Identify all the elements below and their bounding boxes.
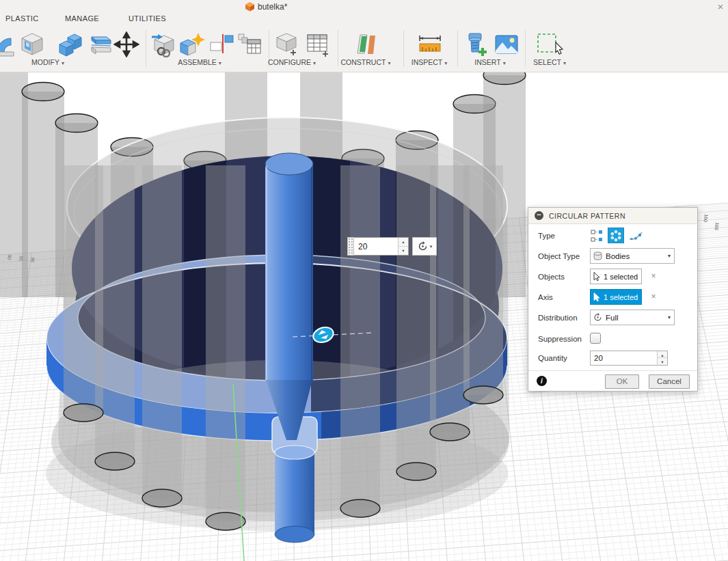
collapse-icon[interactable]: − [535, 211, 543, 220]
combine-icon[interactable] [57, 31, 83, 57]
objects-select-button[interactable]: 1 selected [590, 269, 642, 284]
ok-button[interactable]: OK [605, 374, 639, 389]
chevron-down-icon: ▾ [668, 253, 674, 259]
chevron-down-icon: ▾ [563, 60, 566, 66]
object-type-label: Object Type [538, 252, 580, 260]
chevron-down-icon: ▾ [444, 60, 447, 66]
joint-icon[interactable] [179, 31, 205, 57]
spinner-down-icon[interactable]: ▾ [658, 358, 667, 365]
dialog-header[interactable]: − CIRCULAR PATTERN [528, 208, 697, 224]
svg-text:160: 160 [703, 214, 709, 223]
quantity-label: Quantity [538, 354, 567, 362]
toolbar-group-modify[interactable]: MODIFY▾ [0, 58, 96, 67]
circular-pattern-dialog: − CIRCULAR PATTERN Type Object Type [528, 207, 698, 392]
distribution-dropdown[interactable]: Full ▾ [590, 310, 675, 325]
tab-utilities[interactable]: UTILITIES [129, 14, 166, 23]
quantity-input[interactable]: 20 ▴ ▾ [590, 351, 668, 366]
circular-pattern-icon [610, 230, 622, 242]
chevron-down-icon: ▾ [62, 60, 64, 66]
axis-label: Axis [538, 293, 553, 301]
drag-handle[interactable] [347, 237, 354, 256]
info-icon[interactable]: i [537, 376, 547, 386]
cursor-icon [593, 292, 601, 301]
spinner-up-icon[interactable]: ▴ [399, 238, 408, 247]
dialog-title: CIRCULAR PATTERN [549, 212, 625, 220]
tab-manage[interactable]: MANAGE [65, 14, 99, 23]
split-body-icon[interactable] [86, 31, 112, 57]
distribution-type-button[interactable]: ▾ [412, 237, 437, 256]
as-built-joint-icon[interactable] [208, 31, 234, 57]
path-pattern-type-button[interactable] [628, 228, 644, 243]
objects-clear-icon[interactable]: × [649, 271, 658, 281]
bom-table-icon[interactable] [237, 31, 262, 57]
insert-fastener-icon[interactable] [463, 31, 489, 57]
insert-image-icon[interactable] [494, 31, 520, 57]
dialog-divider [528, 370, 697, 371]
rectangular-pattern-icon [591, 230, 603, 242]
chevron-down-icon: ▾ [219, 60, 221, 66]
app-toolbar: PLASTIC MANAGE UTILITIES butelka* × [0, 0, 728, 72]
suppression-label: Suppression [538, 335, 582, 343]
chevron-down-icon: ▾ [430, 244, 433, 249]
move-copy-icon[interactable] [113, 31, 139, 57]
quantity-spinner[interactable]: ▴ ▾ [657, 351, 667, 365]
suppression-checkbox[interactable] [590, 333, 601, 344]
chevron-down-icon: ▾ [668, 314, 674, 320]
quantity-spinner[interactable]: ▴ ▾ [398, 238, 408, 255]
tab-plastic[interactable]: PLASTIC [5, 14, 39, 23]
shell-icon[interactable] [19, 31, 45, 57]
rotate-icon [417, 241, 429, 252]
distribution-label: Distribution [538, 314, 578, 322]
axis-clear-icon[interactable]: × [649, 292, 658, 301]
select-icon[interactable] [535, 31, 567, 57]
svg-text:166: 166 [714, 222, 720, 231]
type-label: Type [538, 232, 555, 240]
circular-pattern-type-button[interactable] [608, 228, 624, 243]
document-title: butelka* [258, 2, 287, 12]
press-pull-icon[interactable] [0, 31, 16, 57]
measure-icon[interactable] [417, 31, 443, 57]
new-component-icon[interactable] [150, 31, 176, 57]
close-icon[interactable]: × [715, 1, 726, 12]
toolbar-group-configure[interactable]: CONFIGURE▾ [251, 58, 333, 67]
canvas-quantity-control: 20 ▴ ▾ ▾ [347, 237, 437, 256]
chevron-down-icon: ▾ [313, 60, 316, 66]
axis-select-button[interactable]: 1 selected [590, 289, 642, 305]
cursor-icon [593, 272, 601, 281]
configuration-table-icon[interactable] [305, 31, 331, 57]
spinner-up-icon[interactable]: ▴ [658, 351, 667, 358]
configuration-icon[interactable] [273, 31, 299, 57]
cancel-button[interactable]: Cancel [649, 374, 690, 389]
spinner-down-icon[interactable]: ▾ [399, 247, 408, 256]
construction-plane-icon[interactable] [353, 31, 379, 57]
object-type-dropdown[interactable]: Bodies ▾ [590, 248, 675, 264]
objects-label: Objects [538, 273, 565, 281]
toolbar-group-assemble[interactable]: ASSEMBLE▾ [145, 58, 254, 67]
full-rotation-icon [593, 312, 603, 323]
chevron-down-icon: ▾ [503, 60, 506, 66]
body-icon [593, 251, 603, 261]
pattern-quantity-input[interactable]: 20 ▴ ▾ [354, 237, 409, 256]
toolbar-group-select[interactable]: SELECT▾ [509, 58, 591, 67]
rectangular-pattern-type-button[interactable] [589, 228, 605, 243]
path-pattern-icon [629, 230, 643, 242]
document-cube-icon [245, 1, 255, 12]
